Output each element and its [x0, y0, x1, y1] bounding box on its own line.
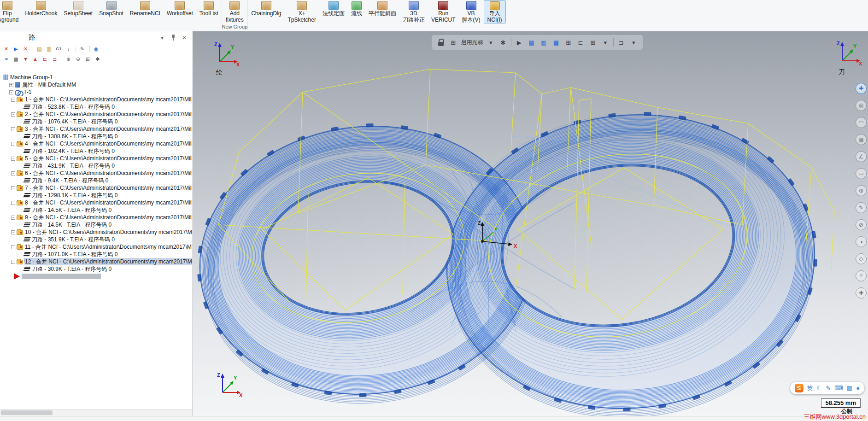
graphics-viewport[interactable]: 启用光标 Z Y: [193, 31, 868, 416]
angle-icon[interactable]: ∠: [856, 151, 867, 162]
collapse-icon[interactable]: [11, 157, 15, 161]
folder-up-icon[interactable]: [35, 45, 44, 53]
collapse-icon[interactable]: [11, 98, 15, 102]
ribbon-button-parallel-steep[interactable]: 平行陡斜面: [365, 0, 399, 23]
collapse-icon[interactable]: [11, 245, 15, 249]
grid-icon[interactable]: ▦: [847, 385, 852, 392]
ribbon-button-tp-sketcher[interactable]: X+ TpSketcher: [285, 0, 319, 23]
tree-item-toolpath-4[interactable]: 刀路 - 102.4K - T.EIA - 程序号码 0: [0, 147, 192, 155]
verify-icon[interactable]: [12, 55, 20, 63]
sogou-logo[interactable]: S: [795, 384, 803, 392]
lock-icon[interactable]: [436, 38, 446, 47]
moon-icon[interactable]: ☾: [817, 385, 822, 392]
select-operations-icon[interactable]: [12, 45, 20, 53]
collapse-icon[interactable]: [11, 201, 15, 205]
arc-icon[interactable]: ◠: [856, 117, 867, 128]
close-icon[interactable]: [180, 34, 188, 42]
panel-icon[interactable]: [617, 38, 626, 47]
target-icon[interactable]: ⊕: [856, 185, 867, 196]
locked-edit-icon[interactable]: [78, 45, 87, 53]
tree-item-toolpath-1[interactable]: 刀路 - 523.8K - T.EIA - 程序号码 0: [0, 103, 192, 111]
tree-item-properties[interactable]: 属性 - Mill Default MM: [0, 81, 192, 88]
ribbon-button-flip-background[interactable]: Flip ckground: [0, 0, 22, 23]
tree-item-toolpath-10[interactable]: 刀路 - 351.9K - T.EIA - 程序号码 0: [0, 236, 192, 243]
ribbon-button-chaining-dlg[interactable]: ChainingDlg: [248, 0, 284, 23]
tree-item-nci-3[interactable]: 3 - 合并 NCI - C:\Users\Administrator\Docu…: [0, 125, 192, 133]
collapse-icon[interactable]: [11, 171, 15, 175]
ribbon-button-rename-nci[interactable]: RenameNCI: [127, 0, 164, 23]
edit-icon[interactable]: ✎: [856, 202, 867, 213]
zoom-out-icon[interactable]: [74, 55, 82, 63]
hide-icon[interactable]: ⊘: [856, 219, 867, 230]
list-icon[interactable]: ≡: [856, 270, 867, 281]
grid-icon[interactable]: [449, 38, 458, 47]
tree-item-toolpath-2[interactable]: 刀路 - 1076.4K - T.EIA - 程序号码 0: [0, 118, 192, 125]
settings-icon[interactable]: [93, 55, 102, 63]
pen-icon[interactable]: ✎: [826, 385, 831, 392]
paste-icon[interactable]: [539, 38, 548, 47]
grid-menu-icon[interactable]: [588, 38, 598, 47]
tree-item-toolpath-9[interactable]: 刀路 - 14.5K - T.EIA - 程序号码 0: [0, 221, 192, 228]
ribbon-button-flowline[interactable]: 流线: [348, 0, 365, 23]
chevron-down-icon[interactable]: [158, 34, 166, 42]
tree-item-toolpath-8[interactable]: 刀路 - 14.5K - T.EIA - 程序号码 0: [0, 206, 192, 214]
transform-icon[interactable]: [551, 38, 561, 47]
remove-operation-icon[interactable]: [21, 45, 30, 53]
collapse-icon[interactable]: [11, 216, 15, 220]
tree-item-toolpath-3[interactable]: 刀路 - 1308.6K - T.EIA - 程序号码 0: [0, 133, 192, 140]
ribbon-button-snapshot[interactable]: SnapShot: [96, 0, 127, 23]
language-toggle[interactable]: 英: [807, 384, 813, 392]
keyboard-icon[interactable]: ⌨: [834, 385, 843, 392]
tree-item-toolpath-group[interactable]: T-1: [0, 88, 192, 96]
ribbon-button-import-nci[interactable]: 导入 NCI(I): [484, 0, 506, 23]
collapse-icon[interactable]: [11, 127, 15, 131]
insert-after-icon[interactable]: [50, 55, 59, 63]
help-icon[interactable]: [92, 45, 100, 53]
delete-all-operations-icon[interactable]: [2, 45, 11, 53]
ribbon-button-setup-sheet[interactable]: SetupSheet: [60, 0, 96, 23]
enable-cursor-button[interactable]: 启用光标: [461, 39, 483, 47]
list-icon[interactable]: [576, 38, 585, 47]
tree-item-toolpath-11[interactable]: 刀路 - 1071.0K - T.EIA - 程序号码 0: [0, 251, 192, 258]
ribbon-button-run-vericut[interactable]: Run VERICUT: [428, 0, 459, 23]
tree-item-toolpath-6[interactable]: 刀路 - 9.4K - T.EIA - 程序号码 0: [0, 177, 192, 184]
tree-item-nci-7[interactable]: 7 - 合并 NCI - C:\Users\Administrator\Docu…: [0, 184, 192, 192]
insert-before-icon[interactable]: [41, 55, 49, 63]
pin-icon[interactable]: [169, 34, 177, 42]
chevron-down-icon[interactable]: [486, 38, 495, 47]
diamond-icon[interactable]: ◇: [856, 253, 867, 264]
shade-icon[interactable]: ◑: [856, 236, 867, 247]
tree-item-nci-6[interactable]: 6 - 合并 NCI - C:\Users\Administrator\Docu…: [0, 170, 192, 177]
collapse-icon[interactable]: [11, 112, 15, 117]
folder-down-icon[interactable]: [45, 45, 53, 53]
ribbon-button-holder-check[interactable]: HolderChook: [22, 0, 60, 23]
ribbon-button-add-fixtures[interactable]: Add fixtures: [223, 0, 247, 23]
chevron-down-icon[interactable]: [601, 38, 610, 47]
chevron-down-icon[interactable]: [629, 38, 638, 47]
backplot-icon[interactable]: [2, 55, 11, 63]
collapse-icon[interactable]: [11, 260, 15, 264]
insert-below-icon[interactable]: [64, 45, 73, 53]
collapse-icon[interactable]: [11, 142, 15, 146]
tree-item-nci-1[interactable]: 1 - 合并 NCI - C:\Users\Administrator\Docu…: [0, 96, 192, 103]
ribbon-button-vb-script[interactable]: VB 脚本(V): [459, 0, 484, 23]
tree-item-nci-2[interactable]: 2 - 合并 NCI - C:\Users\Administrator\Docu…: [0, 111, 192, 118]
ribbon-button-tool-list[interactable]: ToolList: [196, 0, 222, 23]
tree-item-machine-group[interactable]: Machine Group-1: [0, 74, 192, 81]
tree-item-toolpath-7[interactable]: 刀路 - 1298.1K - T.EIA - 程序号码 0: [0, 192, 192, 199]
tree-item-nci-5[interactable]: 5 - 合并 NCI - C:\Users\Administrator\Docu…: [0, 155, 192, 162]
expand-icon[interactable]: [9, 83, 13, 87]
tree-item-nci-9[interactable]: 9 - 合并 NCI - C:\Users\Administrator\Docu…: [0, 214, 192, 221]
tree-item-nci-11[interactable]: 11 - 合并 NCI - C:\Users\Administrator\Doc…: [0, 243, 192, 251]
gear-icon[interactable]: [499, 38, 508, 47]
copy-icon[interactable]: [527, 38, 536, 47]
tree-item-nci-10[interactable]: 10 - 合并 NCI - C:\Users\Administrator\Doc…: [0, 228, 192, 236]
move-up-icon[interactable]: [31, 55, 40, 63]
dot-icon[interactable]: ●: [856, 385, 860, 392]
grid-icon[interactable]: ▦: [856, 134, 867, 145]
tree-item-toolpath-5[interactable]: 刀路 - 431.9K - T.EIA - 程序号码 0: [0, 162, 192, 170]
tree-item-toolpath-12[interactable]: 刀路 - 30.9K - T.EIA - 程序号码 0: [0, 265, 192, 273]
panel-horizontal-scrollbar[interactable]: [0, 409, 192, 416]
cube-icon[interactable]: [564, 38, 573, 47]
zoom-in-icon[interactable]: [64, 55, 73, 63]
